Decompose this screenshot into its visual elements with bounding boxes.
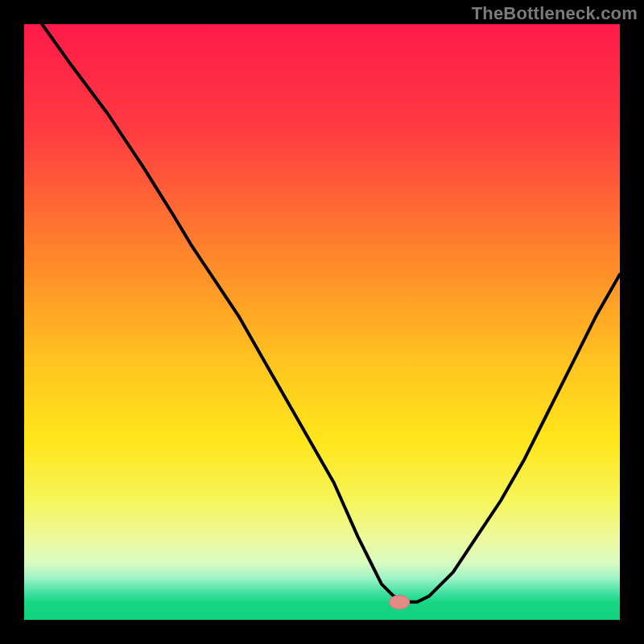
bottleneck-curve [24,24,620,620]
plot-area [24,24,620,620]
watermark-label: TheBottleneck.com [472,3,638,24]
optimal-point-marker [389,595,410,609]
chart-frame: TheBottleneck.com [0,0,644,644]
